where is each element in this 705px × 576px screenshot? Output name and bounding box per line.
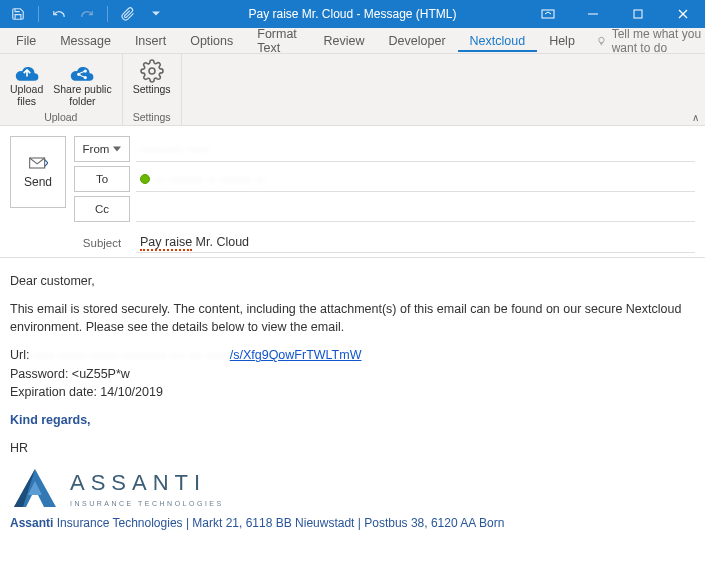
ribbon-group-settings: Settings Settings [123,54,182,125]
ribbon: Upload files Share public folder Upload … [0,54,705,126]
cloud-upload-icon [14,60,40,82]
share-folder-label: Share public folder [53,83,111,107]
quick-access-toolbar [0,2,168,26]
qat-dropdown-icon[interactable] [144,2,168,26]
menu-nextcloud[interactable]: Nextcloud [458,30,538,52]
presence-icon [140,174,150,184]
from-field[interactable]: ·········· ····· [136,136,695,162]
share-link[interactable]: /s/Xfg9QowFrTWLTmW [230,348,362,362]
from-button[interactable]: From [74,136,130,162]
intro-text: This email is stored securely. The conte… [10,300,695,336]
to-field[interactable]: ·· ········ ·· ······· ·· [136,166,695,192]
to-value: ·· ········ ·· ······· ·· [156,172,264,186]
cc-field[interactable] [136,196,695,222]
menu-review[interactable]: Review [312,30,377,52]
attachment-icon[interactable] [116,2,140,26]
upload-files-label: Upload files [10,83,43,107]
from-value: ·········· ····· [140,142,209,156]
menu-message[interactable]: Message [48,30,123,52]
subject-spellcheck: Pay raise [140,235,192,251]
settings-button[interactable]: Settings [129,58,175,97]
collapse-ribbon-icon[interactable]: ∧ [692,112,699,123]
title-bar: Pay raise Mr. Cloud - Message (HTML) [0,0,705,28]
send-button[interactable]: Send [10,136,66,208]
logo-mark-icon [10,467,60,509]
subject-rest: Mr. Cloud [192,235,249,249]
cloud-share-icon [69,60,95,82]
menu-help[interactable]: Help [537,30,587,52]
ribbon-group-settings-label: Settings [133,111,171,125]
menu-insert[interactable]: Insert [123,30,178,52]
gear-icon [139,60,165,82]
maximize-icon[interactable] [615,0,660,28]
undo-icon[interactable] [47,2,71,26]
password-line: Password: <uZ55P*w [10,365,695,383]
settings-label: Settings [133,83,171,95]
menu-file[interactable]: File [4,30,48,52]
redo-icon[interactable] [75,2,99,26]
svg-rect-2 [634,10,642,18]
svg-point-10 [149,68,155,74]
ribbon-group-upload: Upload files Share public folder Upload [0,54,123,125]
minimize-icon[interactable] [570,0,615,28]
compose-header: Send From ·········· ····· To ·· ·······… [0,126,705,258]
subject-field[interactable]: Pay raise Mr. Cloud [136,232,695,253]
sender-name: HR [10,439,695,457]
close-icon[interactable] [660,0,705,28]
logo-wordmark: ASSANTI [70,467,224,499]
upload-files-button[interactable]: Upload files [6,58,47,109]
svg-rect-0 [542,10,554,18]
ribbon-group-upload-label: Upload [44,111,77,125]
to-button[interactable]: To [74,166,130,192]
logo-tagline: INSURANCE TECHNOLOGIES [70,499,224,509]
url-blurred: ····· ······ ······ ·········· ··· ··· ·… [33,348,230,362]
send-icon [28,155,48,171]
tell-me-placeholder: Tell me what you want to do [612,27,705,55]
menu-developer[interactable]: Developer [377,30,458,52]
window-title: Pay raise Mr. Cloud - Message (HTML) [248,7,456,21]
greeting: Dear customer, [10,272,695,290]
regards: Kind regards, [10,411,695,429]
ribbon-display-icon[interactable] [525,0,570,28]
send-label: Send [24,175,52,189]
save-icon[interactable] [6,2,30,26]
expiry-line: Expiration date: 14/10/2019 [10,383,695,401]
url-line: Url: ····· ······ ······ ·········· ··· … [10,346,695,364]
subject-label: Subject [74,237,130,249]
cc-button[interactable]: Cc [74,196,130,222]
menu-bar: File Message Insert Options Format Text … [0,28,705,54]
signature-line: Assanti Insurance Technologies | Markt 2… [10,515,695,532]
message-body[interactable]: Dear customer, This email is stored secu… [0,258,705,542]
tell-me-search[interactable]: Tell me what you want to do [597,27,705,55]
lightbulb-icon [597,34,606,48]
signature-logo: ASSANTI INSURANCE TECHNOLOGIES [10,467,695,509]
share-public-folder-button[interactable]: Share public folder [49,58,115,109]
menu-options[interactable]: Options [178,30,245,52]
